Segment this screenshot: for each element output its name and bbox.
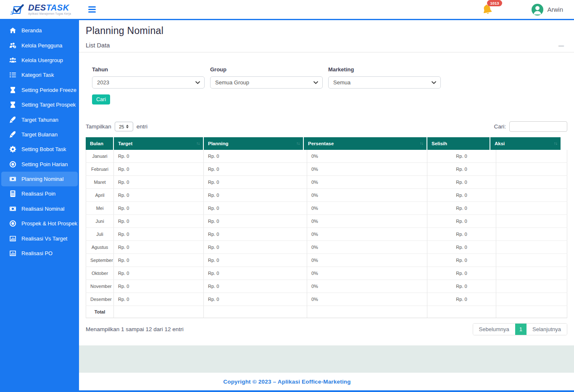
sidebar-item-realisasi-po[interactable]: Realisasi PO: [0, 246, 79, 261]
panel-title: List Data: [86, 42, 110, 49]
group-select[interactable]: Semua Group: [210, 76, 323, 89]
cell-planning: Rp. 0: [204, 163, 307, 176]
sidebar-item-label: Realisasi Nominal: [21, 206, 64, 212]
sort-icon: ↑↓: [296, 141, 300, 146]
total-label-cell: Total: [86, 306, 114, 318]
chart-icon: [9, 235, 16, 242]
sidebar-item-setting-target-prospek[interactable]: Setting Target Prospek: [0, 97, 79, 112]
table-row: DesemberRp. 0Rp. 00%Rp. 0: [86, 293, 567, 306]
cell-aksi: [496, 189, 567, 202]
pen-icon: [9, 116, 16, 123]
sidebar-item-setting-poin-harian[interactable]: Setting Poin Harian: [0, 157, 79, 172]
logo-tagline: Aplikasi Manajemen Tugas Kerja: [28, 13, 71, 15]
sidebar-item-target-bulanan[interactable]: Target Bulanan: [0, 127, 79, 142]
calculator-icon: [9, 190, 16, 197]
table-header: BulanTarget↑↓Planning↑↓Persentase↑↓Selis…: [86, 137, 567, 150]
cell-persentase: 0%: [307, 228, 427, 241]
total-cell-target: [114, 306, 204, 318]
filter-search-button[interactable]: Cari: [92, 94, 110, 105]
column-header-bulan: Bulan: [86, 137, 114, 150]
total-cell-aksi: [496, 306, 567, 318]
sidebar-item-realisasi-poin[interactable]: Realisasi Poin: [0, 186, 79, 201]
sidebar-item-label: Setting Periode Freeze: [21, 87, 76, 93]
table-row: AprilRp. 0Rp. 00%Rp. 0: [86, 189, 567, 202]
sidebar-item-prospek-hot-prospek[interactable]: Prospek & Hot Prospek: [0, 216, 79, 231]
filter-tahun: Tahun 2023: [92, 66, 205, 89]
table-search-input[interactable]: [509, 121, 567, 132]
table-row: MeiRp. 0Rp. 00%Rp. 0: [86, 202, 567, 215]
cell-selisih: Rp. 0: [427, 293, 496, 306]
column-header-persentase[interactable]: Persentase↑↓: [304, 137, 427, 150]
user-name: Arwin: [547, 6, 563, 13]
collapse-panel-button[interactable]: —: [558, 42, 567, 49]
sidebar-item-realisasi-vs-target[interactable]: Realisasi Vs Target: [0, 231, 79, 246]
group-selected-value: Semua Group: [215, 79, 249, 86]
sidebar-item-kelola-pengguna[interactable]: Kelola Pengguna: [0, 38, 79, 52]
column-header-target[interactable]: Target↑↓: [114, 137, 204, 150]
copyright-text: Copyright © 2023 – Aplikasi Eoffice-Mark…: [223, 379, 351, 385]
sidebar-item-realisasi-nominal[interactable]: Realisasi Nominal: [0, 201, 79, 216]
hourglass-icon: [9, 86, 16, 94]
cell-target: Rp. 0: [114, 163, 204, 176]
cell-bulan: Maret: [86, 176, 114, 189]
cell-aksi: [496, 176, 567, 189]
user-menu[interactable]: Arwin: [532, 4, 563, 16]
column-header-planning[interactable]: Planning↑↓: [204, 137, 304, 150]
cell-selisih: Rp. 0: [427, 215, 496, 228]
pagination-next-button[interactable]: Selanjutnya: [527, 324, 567, 335]
cell-persentase: 0%: [307, 202, 427, 215]
marketing-select[interactable]: Semua: [328, 76, 441, 89]
marketing-label: Marketing: [328, 66, 441, 73]
menu-toggle-button[interactable]: [87, 5, 97, 14]
sidebar-item-target-tahunan[interactable]: Target Tahunan: [0, 112, 79, 127]
column-header-selisih: Selisih: [427, 137, 490, 150]
sidebar-item-kelola-usergroup[interactable]: Kelola Usergroup: [0, 53, 79, 68]
total-cell-selisih: [427, 306, 496, 318]
total-cell-persentase: [307, 306, 427, 318]
sort-icon: ↑↓: [420, 141, 423, 146]
sidebar-item-beranda[interactable]: Beranda: [0, 23, 79, 38]
chevron-down-icon: [195, 81, 200, 84]
cell-persentase: 0%: [307, 189, 427, 202]
avatar: [532, 4, 543, 16]
sidebar-item-setting-bobot-task[interactable]: Setting Bobot Task: [0, 142, 79, 157]
page-length-select[interactable]: 25: [115, 122, 133, 131]
cell-bulan: Juni: [86, 215, 114, 228]
cell-selisih: Rp. 0: [427, 280, 496, 293]
sidebar-item-label: Realisasi PO: [21, 250, 53, 256]
cell-selisih: Rp. 0: [427, 228, 496, 241]
cell-bulan: Februari: [86, 163, 114, 176]
cell-planning: Rp. 0: [204, 215, 307, 228]
marketing-selected-value: Semua: [333, 79, 350, 86]
sidebar-item-setting-periode-freeze[interactable]: Setting Periode Freeze: [0, 83, 79, 97]
sidebar-item-label: Kelola Pengguna: [21, 42, 62, 49]
cell-bulan: Juli: [86, 228, 114, 241]
sidebar-item-kategori-task[interactable]: Kategori Task: [0, 68, 79, 82]
cell-planning: Rp. 0: [204, 150, 307, 163]
column-header-aksi[interactable]: Aksi↑↓: [490, 137, 561, 150]
sidebar-item-label: Prospek & Hot Prospek: [21, 220, 77, 227]
cell-planning: Rp. 0: [204, 202, 307, 215]
sidebar-item-label: Setting Poin Harian: [21, 161, 68, 167]
sidebar-item-label: Setting Bobot Task: [21, 146, 66, 152]
tahun-select[interactable]: 2023: [92, 76, 205, 89]
pagination-page-1[interactable]: 1: [515, 324, 527, 335]
cell-aksi: [496, 228, 567, 241]
cell-persentase: 0%: [307, 150, 427, 163]
sidebar-item-label: Planning Nominal: [21, 176, 63, 182]
sidebar: BerandaKelola PenggunaKelola UsergroupKa…: [0, 20, 79, 392]
home-icon: [9, 27, 16, 34]
sidebar-item-label: Realisasi Vs Target: [21, 235, 67, 242]
app-logo[interactable]: DESTASK Aplikasi Manajemen Tugas Kerja: [0, 3, 79, 16]
cell-planning: Rp. 0: [204, 241, 307, 254]
cell-aksi: [496, 293, 567, 306]
cell-bulan: Mei: [86, 202, 114, 215]
pagination-previous-button[interactable]: Sebelumnya: [473, 324, 515, 335]
tahun-label: Tahun: [92, 66, 205, 73]
table-row: AgustusRp. 0Rp. 00%Rp. 0: [86, 241, 567, 254]
cell-selisih: Rp. 0: [427, 163, 496, 176]
users-gear-icon: [9, 42, 16, 49]
sidebar-item-label: Kategori Task: [21, 72, 54, 78]
sidebar-item-planning-nominal[interactable]: Planning Nominal: [1, 172, 78, 186]
notifications-button[interactable]: 1013: [482, 4, 493, 15]
